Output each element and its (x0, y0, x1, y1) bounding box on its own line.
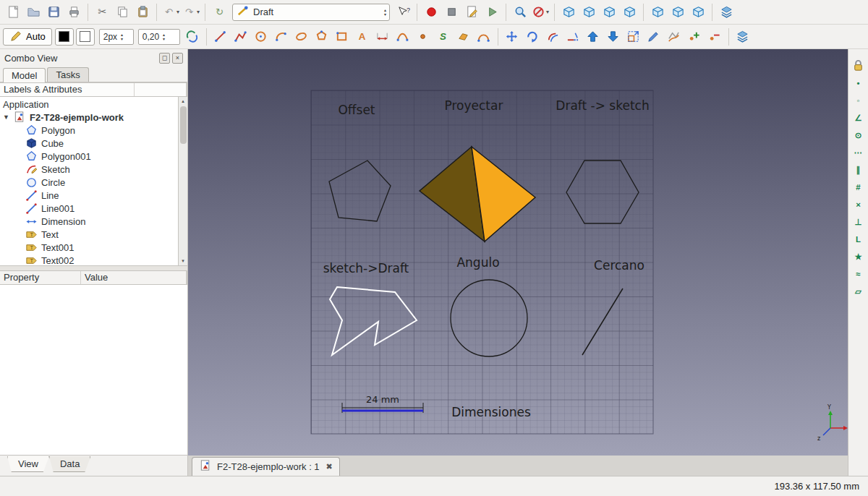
draft-upgrade-button[interactable] (583, 27, 603, 47)
redo-button[interactable]: ↷▾ (181, 2, 201, 22)
snap-midpoint-toggle[interactable]: ◦ (850, 93, 867, 108)
tree-header-label[interactable]: Labels & Attributes (0, 83, 135, 96)
draft-trimex-button[interactable] (563, 27, 583, 47)
line-color-swatch[interactable] (55, 28, 74, 46)
draft-polygon-button[interactable] (312, 27, 332, 47)
float-panel-button[interactable]: ◻ (159, 53, 170, 64)
dropdown-arrow-icon[interactable]: ▾ (546, 9, 549, 15)
draft-offset-button[interactable] (542, 27, 563, 47)
draft-edit-button[interactable] (644, 27, 664, 47)
draft-ellipse-button[interactable] (292, 27, 312, 47)
3d-viewport[interactable]: OffsetProyectarDraft -> sketchsketch->Dr… (188, 49, 848, 456)
tree-item-dimension[interactable]: Dimension (0, 215, 178, 228)
draft-arc-button[interactable] (271, 27, 292, 47)
macro-stop-button[interactable] (441, 2, 461, 22)
tree-item-text001[interactable]: TText001 (0, 241, 178, 254)
snap-extension-toggle[interactable]: ⋯ (850, 145, 867, 160)
draft-circle-button[interactable] (251, 27, 271, 47)
draft-wire-button[interactable] (231, 27, 251, 47)
snap-lock-toggle[interactable] (850, 58, 867, 73)
snap-special-toggle[interactable]: ★ (850, 249, 867, 264)
dock-views-button[interactable] (716, 2, 736, 22)
spinner-arrows-icon[interactable]: ▴▾ (163, 33, 165, 41)
draft-bezier-button[interactable] (474, 27, 494, 47)
cut-button[interactable]: ✂ (92, 2, 112, 22)
tree-item-sketch[interactable]: Sketch (0, 163, 178, 176)
draft-rotate-button[interactable] (522, 27, 542, 47)
snap-endpoint-toggle[interactable]: • (850, 75, 867, 90)
draft-add-point-button[interactable] (684, 27, 705, 47)
whats-this-button[interactable]: ? (393, 2, 413, 22)
macro-play-button[interactable] (482, 2, 502, 22)
print-button[interactable] (64, 2, 84, 22)
label-dimensiones[interactable]: Dimensiones (451, 405, 531, 419)
scroll-up-icon[interactable]: ▴ (182, 97, 184, 106)
draft-line-button[interactable] (210, 27, 231, 47)
draft-wire-to-bspline-button[interactable] (664, 27, 684, 47)
macro-record-button[interactable] (421, 2, 441, 22)
label-angulo[interactable]: Angulo (456, 255, 499, 270)
draw-style-button[interactable]: ▾ (530, 2, 550, 22)
view-rear-button[interactable] (647, 2, 668, 22)
tree-item-document[interactable]: ▼F2-T28-ejemplo-work (0, 111, 178, 124)
snap-ortho-toggle[interactable]: L (850, 231, 867, 247)
tree-scrollbar[interactable]: ▴ ▾ (178, 97, 187, 265)
paste-button[interactable] (132, 2, 153, 22)
tab-model[interactable]: Model (3, 68, 46, 82)
view-left-button[interactable] (688, 2, 708, 22)
draft-layers-button[interactable] (733, 27, 753, 47)
text-scale-spinbox[interactable]: 0,20 ▴▾ (138, 29, 180, 45)
tree-item-polygon001[interactable]: Polygon001 (0, 150, 178, 163)
draft-downgrade-button[interactable] (603, 27, 624, 47)
tab-tasks[interactable]: Tasks (47, 67, 88, 82)
view-isometric-button[interactable] (558, 2, 579, 22)
document-tab[interactable]: F2-T28-ejemplo-work : 1 ✖ (192, 457, 340, 476)
combo-arrows-icon[interactable]: ▴▾ (384, 8, 386, 17)
label-draft-to-sketch[interactable]: Draft -> sketch (556, 98, 649, 113)
snap-perpendicular-toggle[interactable]: ⊥ (850, 214, 867, 229)
tree-item-line001[interactable]: Line001 (0, 202, 178, 215)
fit-all-button[interactable] (510, 2, 530, 22)
draft-rectangle-button[interactable] (332, 27, 352, 47)
tree-item-circle[interactable]: Circle (0, 176, 178, 189)
label-cercano[interactable]: Cercano (594, 258, 644, 273)
new-file-button[interactable] (3, 2, 23, 22)
line-width-spinbox[interactable]: 2px ▴▾ (99, 29, 134, 45)
view-front-button[interactable] (579, 2, 599, 22)
face-color-swatch[interactable] (76, 28, 95, 46)
snap-parallel-toggle[interactable]: ∥ (850, 162, 867, 177)
expander-icon[interactable]: ▼ (3, 114, 10, 121)
property-column-header[interactable]: Property (0, 271, 81, 284)
undo-button[interactable]: ↶▾ (161, 2, 181, 22)
save-button[interactable] (43, 2, 64, 22)
draft-point-button[interactable] (413, 27, 433, 47)
dropdown-arrow-icon[interactable]: ▾ (176, 9, 179, 15)
tree-item-text002[interactable]: TText002 (0, 254, 178, 265)
draft-scale-button[interactable] (624, 27, 644, 47)
refresh-button[interactable]: ↻ (209, 2, 229, 22)
tree-item-line[interactable]: Line (0, 189, 178, 202)
dropdown-arrow-icon[interactable]: ▾ (197, 9, 200, 15)
tab-view[interactable]: View (7, 456, 49, 472)
snap-intersection-toggle[interactable]: × (850, 197, 867, 212)
label-proyectar[interactable]: Proyectar (445, 98, 503, 113)
view-bottom-button[interactable] (668, 2, 688, 22)
draft-move-button[interactable] (502, 27, 522, 47)
draft-bspline-button[interactable] (393, 27, 413, 47)
tab-data[interactable]: Data (49, 456, 90, 472)
snap-angle-toggle[interactable]: ∠ (850, 110, 867, 125)
scrollbar-thumb[interactable] (180, 106, 187, 144)
spinner-arrows-icon[interactable]: ▴▾ (121, 33, 123, 41)
macro-edit-button[interactable] (461, 2, 482, 22)
tree-item-cube[interactable]: Cube (0, 137, 178, 150)
snap-working-plane-toggle[interactable]: ▱ (850, 283, 867, 299)
workbench-selector[interactable]: Draft ▴▾ (232, 4, 390, 21)
snap-center-toggle[interactable]: ⊙ (850, 127, 867, 142)
tree-item-polygon[interactable]: Polygon (0, 124, 178, 137)
scroll-down-icon[interactable]: ▾ (182, 257, 184, 265)
copy-button[interactable] (112, 2, 132, 22)
tab-close-icon[interactable]: ✖ (326, 462, 333, 471)
label-sketch-to-draft[interactable]: sketch->Draft (323, 261, 409, 275)
draft-remove-point-button[interactable] (705, 27, 725, 47)
tree-item-text[interactable]: TText (0, 228, 178, 241)
